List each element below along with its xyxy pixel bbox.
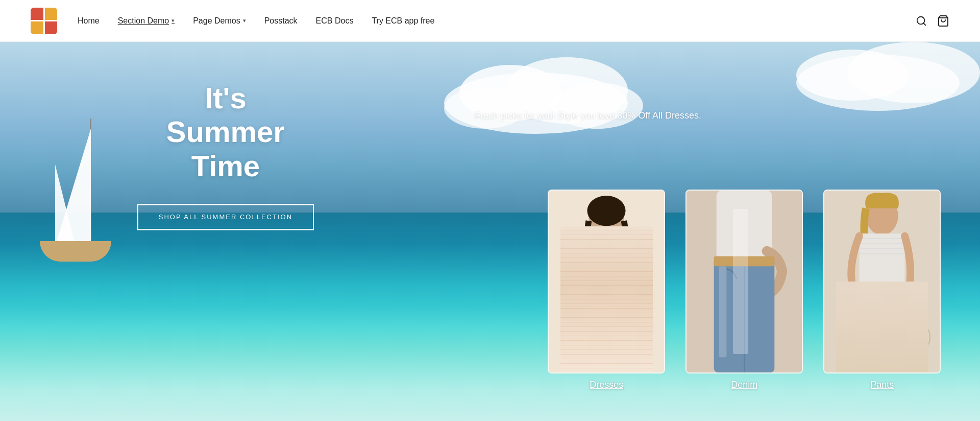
svg-point-6 xyxy=(444,88,526,129)
page-demos-chevron-icon: ▾ xyxy=(243,17,246,24)
nav-page-demos[interactable]: Page Demos ▾ xyxy=(193,16,246,26)
dresses-image-frame[interactable] xyxy=(548,190,665,373)
clouds xyxy=(408,52,664,144)
svg-point-7 xyxy=(551,83,643,129)
nav-ecb-docs[interactable]: ECB Docs xyxy=(316,16,354,26)
logo-cell-2 xyxy=(45,8,58,20)
svg-line-1 xyxy=(923,23,925,25)
hero-section: It's Summer Time SHOP ALL SUMMER COLLECT… xyxy=(0,42,980,421)
header: Home Section Demo ▾ Page Demos ▾ Posstac… xyxy=(0,0,980,42)
denim-image xyxy=(687,191,802,372)
product-cards: Dresses xyxy=(548,190,941,390)
svg-rect-24 xyxy=(860,233,905,284)
dresses-image xyxy=(549,191,664,372)
dresses-label[interactable]: Dresses xyxy=(590,380,623,390)
svg-point-29 xyxy=(895,319,930,355)
logo[interactable] xyxy=(31,8,57,34)
sail-front xyxy=(55,165,76,246)
boat-hull xyxy=(40,241,111,262)
svg-rect-14 xyxy=(594,322,603,367)
nav-posstack[interactable]: Posstack xyxy=(264,16,298,26)
cart-button[interactable] xyxy=(937,15,949,27)
nav-home[interactable]: Home xyxy=(78,16,100,26)
logo-cell-1 xyxy=(31,8,43,20)
pants-label[interactable]: Pants xyxy=(870,380,894,390)
pants-figure xyxy=(824,191,940,372)
cart-icon xyxy=(937,15,949,27)
logo-grid xyxy=(31,8,57,34)
product-card-dresses: Dresses xyxy=(548,190,665,390)
search-icon xyxy=(916,15,927,27)
dress-figure xyxy=(549,191,664,372)
hero-title: It's Summer Time xyxy=(137,81,314,183)
svg-point-13 xyxy=(587,196,626,226)
svg-rect-21 xyxy=(714,256,775,267)
promo-text: Fresh picks for you! Style you love 30% … xyxy=(392,110,784,121)
svg-rect-20 xyxy=(719,266,727,357)
product-card-denim: Denim xyxy=(685,190,803,390)
pants-image xyxy=(824,191,940,372)
nav-try-ecb[interactable]: Try ECB app free xyxy=(372,16,434,26)
pants-image-frame[interactable] xyxy=(823,190,941,373)
denim-image-frame[interactable] xyxy=(685,190,803,373)
denim-label[interactable]: Denim xyxy=(731,380,757,390)
logo-cell-4 xyxy=(45,21,58,34)
clouds-right xyxy=(674,42,980,144)
hero-text-block: It's Summer Time SHOP ALL SUMMER COLLECT… xyxy=(137,81,314,230)
sailboat xyxy=(30,113,132,277)
logo-cell-3 xyxy=(31,21,43,34)
nav-section-demo[interactable]: Section Demo ▾ xyxy=(118,16,175,26)
product-card-pants: Pants xyxy=(823,190,941,390)
denim-figure xyxy=(687,191,802,372)
svg-rect-15 xyxy=(610,322,619,367)
search-button[interactable] xyxy=(916,15,927,27)
shop-all-button[interactable]: SHOP ALL SUMMER COLLECTION xyxy=(137,204,314,230)
svg-point-10 xyxy=(847,42,980,103)
header-icons xyxy=(916,15,949,27)
main-nav: Home Section Demo ▾ Page Demos ▾ Posstac… xyxy=(78,16,916,26)
section-demo-chevron-icon: ▾ xyxy=(172,17,175,24)
